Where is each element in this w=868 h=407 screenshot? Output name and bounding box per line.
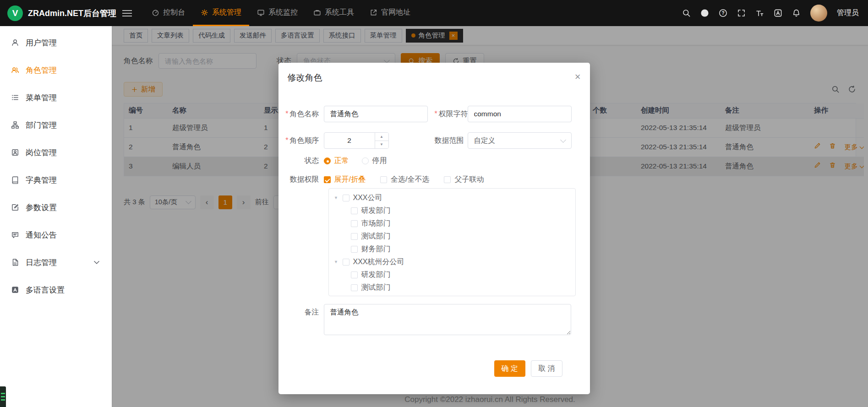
sidebar-item-logs[interactable]: 日志管理 [0,249,112,276]
tree-node-dept[interactable]: 研发部门 [329,204,575,217]
tree-node-dept[interactable]: 研发部门 [329,268,575,281]
radio-status-normal[interactable]: 正常 [324,156,349,166]
tree-checkbox[interactable] [351,284,358,291]
sidebar-item-dictionary[interactable]: 字典管理 [0,166,112,194]
tree-node-dept[interactable]: 测试部门 [329,281,575,294]
monitor-icon [257,9,265,16]
hamburger-icon[interactable] [116,0,138,26]
screen: V ZRAdmin.NET后台管理 控制台 系统管理 系统监控 系统工具 [0,0,868,407]
tree-label: 测试部门 [361,283,391,293]
checkbox-parent-child-link[interactable]: 父子联动 [444,175,484,185]
edit-square-icon [11,203,19,212]
sidebar-label: 用户管理 [26,38,57,48]
remark-textarea[interactable]: 普通角色 [324,304,571,335]
org-tree-icon [11,121,19,129]
radio-status-disabled[interactable]: 停用 [362,156,387,166]
checkbox-expand-collapse[interactable]: 展开/折叠 [324,175,366,185]
chevron-down-icon [560,137,566,143]
file-icon [11,258,19,266]
gear-icon [201,9,208,16]
caret-down-icon[interactable]: ▼ [333,260,339,264]
stepper-down-icon[interactable]: ▼ [375,141,388,149]
confirm-button[interactable]: 确 定 [494,360,525,377]
font-size-icon[interactable] [755,9,764,17]
role-name-field: *角色名称 [285,106,428,122]
top-navigation: 控制台 系统管理 系统监控 系统工具 官网地址 [144,0,418,26]
tree-checkbox[interactable] [351,271,358,278]
topnav-label: 官网地址 [381,8,410,17]
app-logo: V [7,5,23,21]
sidebar-item-roles[interactable]: 角色管理 [0,56,112,84]
data-scope-value: 自定义 [474,136,496,146]
tree-checkbox[interactable] [351,246,358,253]
bell-icon[interactable] [792,9,801,17]
dialog-title: 修改角色 [288,72,322,84]
sidebar: 用户管理 角色管理 菜单管理 部门管理 岗位管理 字典管理 参数设置 通知公告 [0,26,112,407]
topnav-item-system-tools[interactable]: 系统工具 [306,0,362,26]
avatar[interactable] [810,5,827,22]
tree-node-dept[interactable]: 财务部门 [329,243,575,255]
github-icon[interactable] [700,9,709,17]
help-icon[interactable]: ? [719,9,727,17]
user-icon [11,38,19,47]
sidebar-item-posts[interactable]: 岗位管理 [0,139,112,166]
topbar-actions: ? 管理员 [682,0,868,26]
topnav-label: 系统监控 [268,8,298,17]
field-label: 状态 [285,156,324,166]
status-field: 状态 正常 停用 [285,156,576,166]
tree-node-company[interactable]: ▼ XXX公司 [329,191,575,204]
topnav-item-system-admin[interactable]: 系统管理 [193,0,249,26]
required-mark: * [285,110,288,118]
sidebar-item-departments[interactable]: 部门管理 [0,111,112,139]
tree-node-dept[interactable]: 测试部门 [329,230,575,243]
caret-down-icon[interactable]: ▼ [333,195,339,200]
field-label: *角色顺序 [285,136,324,146]
tree-label: 研发部门 [361,270,391,280]
field-label: *权限字符 [435,109,468,119]
checkbox-check-all[interactable]: 全选/全不选 [380,175,429,185]
fullscreen-icon[interactable] [737,9,746,17]
sidebar-item-notices[interactable]: 通知公告 [0,221,112,249]
perm-char-field: *权限字符 [435,106,572,122]
checkbox-icon [444,176,451,183]
close-icon[interactable]: × [575,72,581,82]
field-label: 备注 [285,308,324,317]
user-menu[interactable]: 管理员 [837,8,859,18]
sidebar-item-parameters[interactable]: 参数设置 [0,194,112,221]
sidebar-item-users[interactable]: 用户管理 [0,29,112,56]
sidebar-label: 参数设置 [26,202,57,213]
stepper-up-icon[interactable]: ▲ [375,133,388,141]
topbar: V ZRAdmin.NET后台管理 控制台 系统管理 系统监控 系统工具 [0,0,868,26]
tree-checkbox[interactable] [351,233,358,240]
sidebar-label: 字典管理 [26,175,57,185]
tree-checkbox[interactable] [351,207,358,214]
app-title: ZRAdmin.NET后台管理 [28,8,116,19]
role-order-value[interactable]: 2 [324,133,375,148]
tree-checkbox[interactable] [343,195,349,201]
perm-char-input[interactable] [468,106,572,122]
tree-node-dept[interactable]: 市场部门 [329,217,575,230]
sidebar-item-menus[interactable]: 菜单管理 [0,84,112,111]
logo-area: V ZRAdmin.NET后台管理 [0,0,116,26]
role-name-input[interactable] [324,106,428,122]
tree-checkbox[interactable] [343,259,349,266]
tree-checkbox[interactable] [351,220,358,227]
data-scope-select[interactable]: 自定义 [468,132,572,149]
role-order-stepper: 2 ▲ ▼ [324,132,389,149]
tree-node-branch[interactable]: ▼ XXX杭州分公司 [329,255,575,268]
topnav-item-website[interactable]: 官网地址 [362,0,418,26]
cancel-button[interactable]: 取 消 [531,360,562,377]
tree-label: 财务部门 [361,244,391,254]
search-icon[interactable] [682,9,691,17]
sidebar-label: 菜单管理 [26,92,57,103]
topnav-item-system-monitor[interactable]: 系统监控 [249,0,306,26]
required-mark: * [435,110,437,118]
dialog-header: 修改角色 × [278,63,590,84]
checkbox-label: 父子联动 [454,175,484,185]
topnav-label: 系统管理 [212,8,241,17]
topnav-item-console[interactable]: 控制台 [144,0,193,26]
sidebar-label: 通知公告 [26,230,57,240]
stepper-controls: ▲ ▼ [375,133,388,148]
language-icon[interactable] [774,9,782,17]
sidebar-item-i18n[interactable]: 多语言设置 [0,276,112,304]
